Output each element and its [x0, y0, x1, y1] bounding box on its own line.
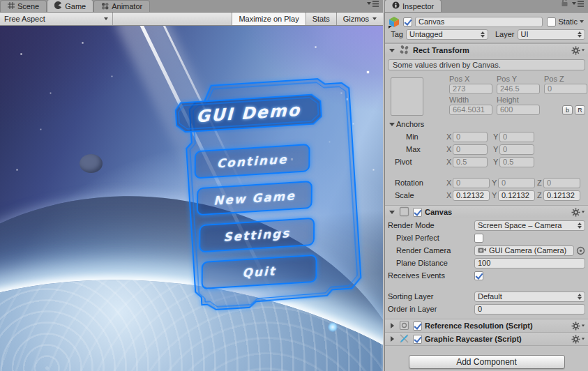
aspect-dropdown[interactable]: Free Aspect: [0, 13, 113, 25]
max-x-field[interactable]: 0: [453, 144, 488, 155]
sorting-layer-dropdown[interactable]: Default: [474, 292, 585, 302]
foldout-expanded-icon[interactable]: [388, 211, 396, 214]
raw-edit-mode-button[interactable]: R: [575, 105, 585, 115]
canvas-component-header[interactable]: Canvas: [385, 205, 588, 218]
object-picker-icon[interactable]: [576, 246, 585, 255]
anchors-min-row: Min X 0 Y 0: [388, 131, 585, 142]
scale-z-field[interactable]: 0.12132: [543, 190, 580, 201]
camera-icon: [478, 246, 486, 255]
min-x-field[interactable]: 0: [453, 132, 488, 142]
anchors-max-row: Max X 0 Y 0: [388, 144, 585, 155]
reference-resolution-header[interactable]: Reference Resolution (Script): [385, 319, 588, 332]
width-field[interactable]: 664.5031: [449, 105, 492, 115]
pane-menu-icon[interactable]: [572, 0, 584, 10]
chevron-down-icon: [372, 17, 377, 20]
rotation-x-field[interactable]: 0: [453, 178, 490, 188]
reference-resolution-enabled-checkbox[interactable]: [413, 321, 422, 331]
pos-y-field[interactable]: 246.5: [497, 84, 540, 94]
scene-grid-icon: [8, 2, 15, 10]
render-mode-row: Render Mode Screen Space – Camera: [388, 220, 585, 231]
scale-label: Scale: [388, 191, 446, 199]
min-y-field[interactable]: 0: [499, 132, 534, 142]
game-pacman-icon: [54, 1, 62, 10]
height-field[interactable]: 600: [497, 105, 540, 115]
tab-inspector-label: Inspector: [402, 2, 434, 10]
min-label: Min: [388, 132, 446, 141]
graphic-raycaster-header[interactable]: Graphic Raycaster (Script): [385, 332, 588, 345]
anchors-label: Anchors: [396, 120, 424, 128]
graphic-raycaster-title: Graphic Raycaster (Script): [425, 335, 522, 343]
tab-game[interactable]: Game: [47, 0, 93, 12]
foldout-collapsed-icon[interactable]: [388, 323, 396, 328]
rotation-label: Rotation: [388, 179, 446, 187]
pos-x-field[interactable]: 273: [449, 84, 492, 94]
pixel-perfect-label: Pixel Perfect: [388, 234, 474, 242]
chevron-down-icon: [104, 17, 108, 20]
max-label: Max: [388, 145, 446, 153]
render-mode-label: Render Mode: [388, 221, 474, 229]
receives-events-checkbox[interactable]: [474, 271, 483, 280]
rect-transform-header[interactable]: Rect Transform: [385, 43, 588, 56]
graphic-raycaster-enabled-checkbox[interactable]: [413, 335, 422, 344]
maximize-on-play-button[interactable]: Maximize on Play: [232, 13, 305, 25]
gear-icon[interactable]: [571, 208, 585, 217]
max-y-field[interactable]: 0: [499, 144, 534, 155]
scale-x-field[interactable]: 0.12132: [453, 190, 490, 201]
pos-z-field[interactable]: 0: [544, 84, 587, 94]
active-checkbox[interactable]: [403, 17, 412, 26]
foldout-collapsed-icon[interactable]: [388, 336, 396, 342]
canvas-enabled-checkbox[interactable]: [413, 208, 422, 217]
inspector-panel: Static Tag Untagged Layer UI: [384, 13, 588, 371]
inspector-tabbar: Inspector: [384, 0, 588, 13]
static-label: Static: [558, 17, 578, 26]
pixel-perfect-checkbox[interactable]: [474, 234, 483, 243]
stats-button[interactable]: Stats: [306, 13, 336, 25]
plane-distance-field[interactable]: 100: [474, 258, 585, 268]
rotation-z-field[interactable]: 0: [543, 178, 580, 188]
stats-label: Stats: [312, 15, 330, 23]
add-component-button[interactable]: Add Component: [409, 355, 565, 369]
graphic-raycaster-icon: [399, 333, 410, 344]
pivot-x-field[interactable]: 0.5: [453, 157, 488, 167]
tag-dropdown[interactable]: Untagged: [406, 29, 488, 40]
anchor-preview-box[interactable]: [391, 77, 423, 116]
pane-menu-icon[interactable]: [367, 0, 379, 10]
gameobject-cube-icon[interactable]: [388, 16, 399, 27]
order-in-layer-row: Order in Layer 0: [388, 303, 585, 315]
starfield: [0, 26, 1, 26]
plane-distance-row: Plane Distance 100: [388, 257, 585, 268]
static-flags-dropdown-icon[interactable]: [580, 20, 584, 23]
layer-dropdown[interactable]: UI: [518, 29, 585, 40]
gizmos-dropdown[interactable]: Gizmos: [336, 13, 383, 25]
gameobject-name-field[interactable]: [415, 17, 543, 27]
layer-value: UI: [521, 30, 529, 39]
gear-icon[interactable]: [571, 46, 585, 55]
rect-transform-icon: [399, 45, 410, 56]
tab-animator[interactable]: Animator: [93, 0, 150, 12]
canvas-component-icon: [399, 206, 410, 218]
gear-icon[interactable]: [571, 335, 585, 344]
pivot-y-field[interactable]: 0.5: [499, 157, 534, 167]
rotation-y-field[interactable]: 0: [498, 178, 535, 188]
render-camera-value: GUI Camera (Camera): [489, 246, 566, 255]
reference-resolution-title: Reference Resolution (Script): [425, 321, 533, 330]
gear-icon[interactable]: [571, 321, 585, 331]
sci-fi-menu-panel: GUI Demo Continue New Game Settings Quit: [158, 70, 375, 327]
tab-scene[interactable]: Scene: [0, 0, 47, 12]
render-camera-object-field[interactable]: GUI Camera (Camera): [474, 245, 574, 256]
render-mode-dropdown[interactable]: Screen Space – Camera: [474, 220, 585, 231]
layer-label: Layer: [488, 30, 518, 38]
receives-events-label: Receives Events: [388, 271, 474, 280]
foldout-expanded-icon[interactable]: [388, 49, 396, 52]
anchors-foldout[interactable]: Anchors: [388, 119, 585, 130]
static-checkbox[interactable]: [547, 17, 556, 26]
tab-inspector[interactable]: Inspector: [384, 0, 442, 12]
order-in-layer-field[interactable]: 0: [474, 304, 585, 315]
lock-icon[interactable]: [561, 0, 568, 10]
pivot-row: Pivot X 0.5 Y 0.5: [388, 156, 585, 167]
blueprint-mode-button[interactable]: b: [562, 105, 573, 115]
scale-y-field[interactable]: 0.12132: [498, 190, 535, 201]
height-label: Height: [497, 96, 540, 104]
tab-game-label: Game: [65, 2, 86, 10]
render-mode-value: Screen Space – Camera: [478, 221, 561, 230]
